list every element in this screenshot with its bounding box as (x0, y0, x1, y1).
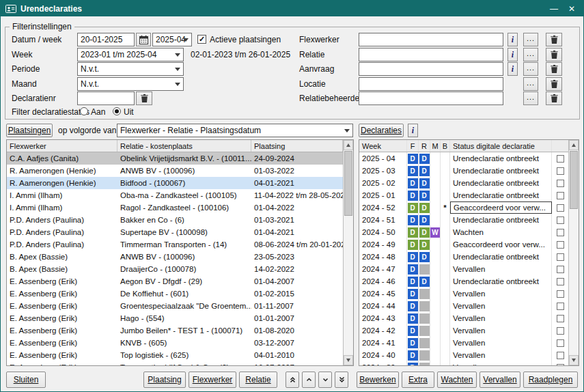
column-header-r[interactable]: R (419, 140, 430, 152)
nav-prev-button[interactable] (302, 372, 316, 388)
declaraties-info-button[interactable]: i (408, 124, 418, 137)
declaratie-checkbox[interactable] (557, 167, 564, 175)
declaratie-checkbox[interactable] (557, 327, 564, 335)
plaatsing-row[interactable]: E. Assenberg (Erik)Jumbo Beilen* - TEST … (7, 324, 343, 337)
scrollbar-track[interactable] (569, 150, 579, 355)
column-header-status[interactable]: Status digitale declaratie (450, 140, 552, 152)
declaratie-checkbox[interactable] (557, 192, 564, 199)
declaratie-checkbox[interactable] (557, 216, 564, 224)
extra-button[interactable]: Extra (402, 372, 434, 388)
declaratie-row[interactable]: 2024 - 48DDUrendeclaratie ontbreekt (359, 251, 568, 263)
plaatsingen-scrollbar[interactable] (343, 140, 353, 365)
column-header-b[interactable]: B (441, 140, 450, 152)
locatie-filter-input[interactable] (359, 77, 503, 91)
plaatsing-row[interactable]: E. Assenberg (Erik)Groentespeciaalzaak "… (7, 300, 343, 312)
plaatsingen-tab-button[interactable]: Plaatsingen (6, 124, 53, 137)
plaatsing-button[interactable]: Plaatsing (143, 372, 186, 388)
plaatsing-row[interactable]: P.D. Anders (Paulina)Supertape BV - (100… (7, 226, 343, 238)
declaratie-row[interactable]: 2024 - 40DVervallen (359, 349, 568, 361)
column-header-m[interactable]: M (430, 140, 441, 152)
declaratie-checkbox[interactable] (557, 266, 564, 273)
plaatsing-row[interactable]: R. Aamerongen (Henkie)Bidfood - (100067)… (7, 177, 343, 189)
declaratienr-input[interactable] (77, 92, 135, 105)
declaratienr-clear-button[interactable] (136, 92, 152, 105)
relatie-clear-button[interactable] (546, 48, 562, 61)
declaratie-row[interactable]: 2024 - 49DDGeaccordeerd voor verw... (359, 238, 568, 251)
declaratie-row[interactable]: 2025 - 04DDUrendeclaratie ontbreekt (359, 152, 568, 165)
plaatsing-row[interactable]: E. Assenberg (Erik)De Koffiehut - (601)0… (7, 288, 343, 300)
scrollbar-track[interactable] (344, 150, 353, 355)
declaratie-checkbox[interactable] (557, 352, 564, 359)
relatiebeheerder-filter-input[interactable] (359, 92, 503, 105)
flexwerker-filter-input[interactable] (359, 33, 503, 46)
aanvraag-filter-input[interactable] (359, 62, 503, 76)
wachten-button[interactable]: Wachten (437, 372, 477, 388)
column-header-f[interactable]: F (407, 140, 419, 152)
titlebar[interactable]: Urendeclaraties — ✕ (1, 1, 583, 16)
calendar-button[interactable] (136, 33, 151, 46)
column-header-flexwerker[interactable]: Flexwerker (7, 140, 117, 152)
column-header-plaatsing[interactable]: Plaatsing (251, 140, 343, 152)
nav-last-button[interactable] (335, 372, 348, 388)
vervallen-button[interactable]: Vervallen (479, 372, 520, 388)
maand-select[interactable]: N.v.t. (77, 77, 184, 91)
periode-select[interactable]: N.v.t. (77, 62, 184, 76)
relatie-browse-button[interactable]: ... (523, 48, 538, 61)
plaatsing-row[interactable]: E. Assenberg (Erik)KNVB - (605)03-12-200… (7, 337, 343, 349)
aanvraag-browse-button[interactable]: ... (523, 62, 538, 76)
scrollbar-thumb[interactable] (344, 151, 352, 216)
declaratie-row[interactable]: 2025 - 03DDUrendeclaratie ontbreekt (359, 165, 568, 177)
declaratie-row[interactable]: 2024 - 50DDWWachten (359, 226, 568, 238)
declaratie-checkbox[interactable] (557, 204, 564, 212)
plaatsing-row[interactable]: I. Ammi (Ilham)Oba-ma - Zandkasteel - (1… (7, 189, 343, 201)
plaatsing-row[interactable]: B. Apex (Bassie)DraaijerCo - (100078)14-… (7, 263, 343, 275)
locatie-browse-button[interactable]: ... (523, 77, 538, 91)
declaraties-tab-button[interactable]: Declaraties (359, 124, 404, 137)
filter-status-radio-uit[interactable] (113, 107, 121, 115)
raadplegen-button[interactable]: Raadplegen (523, 372, 578, 388)
declaratie-checkbox[interactable] (557, 180, 564, 187)
declaraties-scrollbar[interactable] (568, 140, 579, 365)
nav-next-button[interactable] (318, 372, 332, 388)
plaatsing-row[interactable]: B. Apex (Bassie)ANWB BV - (100096)23-05-… (7, 251, 343, 263)
plaatsing-row[interactable]: P.D. Anders (Paulina)Timmerman Transport… (7, 238, 343, 251)
declaratie-row[interactable]: 2025 - 01DDUrendeclaratie ontbreekt (359, 189, 568, 201)
scroll-down-button[interactable] (344, 355, 353, 365)
declaratie-checkbox[interactable] (557, 241, 564, 249)
plaatsing-row[interactable]: E. Assenberg (Erik)Hago - (554)01-01-200… (7, 312, 343, 324)
relatie-info-button[interactable]: i (507, 48, 518, 61)
week-number-select[interactable]: 2025-04 (152, 33, 192, 46)
declaratie-checkbox[interactable] (557, 315, 564, 322)
nav-first-button[interactable] (286, 372, 299, 388)
aanvraag-clear-button[interactable] (546, 62, 562, 76)
plaatsing-row[interactable]: C.A. Aafjes (Canita)Obelink Vrijetijdsma… (7, 152, 343, 165)
scroll-up-button[interactable] (569, 140, 579, 150)
flexwerker-button[interactable]: Flexwerker (189, 372, 236, 388)
filter-status-radio-aan[interactable] (80, 107, 88, 115)
flexwerker-info-button[interactable]: i (507, 33, 518, 46)
plaatsing-row[interactable]: E. Assenberg (Erik)Aegon BV - Dfgdf - (2… (7, 275, 343, 288)
declaratie-row[interactable]: 2024 - 42DVervallen (359, 324, 568, 337)
flexwerker-browse-button[interactable]: ... (523, 33, 538, 46)
relatiebeheerder-browse-button[interactable]: ... (523, 92, 538, 105)
declaratie-row[interactable]: 2025 - 02DDUrendeclaratie ontbreekt (359, 177, 568, 189)
declaratie-row[interactable]: 2024 - 45DVervallen (359, 288, 568, 300)
plaatsing-row[interactable]: E. Assenberg (Erik)Top logistiek - (625)… (7, 349, 343, 361)
relatie-filter-input[interactable] (359, 48, 503, 61)
flexwerker-clear-button[interactable] (546, 33, 562, 46)
week-range-select[interactable]: 2023-01 t/m 2025-04 (77, 48, 184, 61)
declaratie-checkbox[interactable] (557, 278, 564, 285)
scroll-up-button[interactable] (344, 140, 353, 150)
minimize-button[interactable]: — (547, 4, 561, 14)
declaratie-row[interactable]: 2024 - 47DVervallen (359, 263, 568, 275)
plaatsing-row[interactable]: R. Aamerongen (Henkie)ANWB BV - (100096)… (7, 165, 343, 177)
declaratie-checkbox[interactable] (557, 229, 564, 236)
sluiten-button[interactable]: Sluiten (6, 372, 46, 388)
plaatsing-row[interactable]: P.D. Anders (Paulina)Bakker en Co - (6)0… (7, 214, 343, 226)
datum-input[interactable] (77, 33, 135, 46)
plaatsing-row[interactable]: I. Ammi (Ilham)Ragol - Zandkasteel - (10… (7, 201, 343, 214)
declaratie-row[interactable]: 2024 - 44DVervallen (359, 300, 568, 312)
declaratie-row[interactable]: 2024 - 52DD*Geaccordeerd voor verw... (359, 201, 568, 214)
declaratie-checkbox[interactable] (557, 303, 564, 310)
relatiebeheerder-clear-button[interactable] (546, 92, 562, 105)
